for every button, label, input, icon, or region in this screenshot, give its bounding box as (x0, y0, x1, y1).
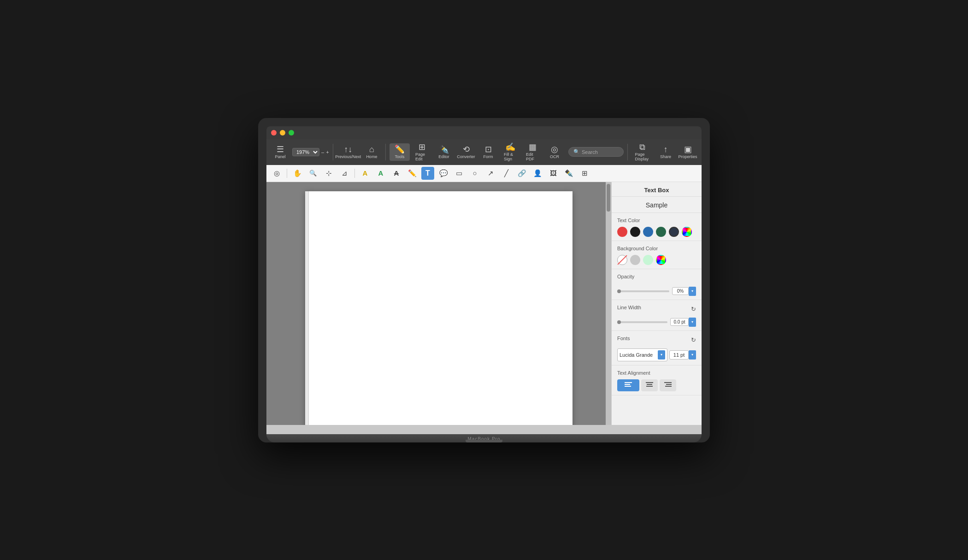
tool-highlight-green[interactable]: A (374, 167, 387, 180)
color-swatch-black[interactable] (630, 227, 640, 237)
tool-link[interactable]: 🔗 (515, 167, 528, 180)
tool-circle[interactable]: ○ (468, 167, 481, 180)
toolbar-share-button[interactable]: ↑ Share (655, 143, 676, 161)
maximize-button[interactable] (289, 130, 294, 136)
line-width-reset-icon[interactable]: ↻ (691, 306, 696, 312)
zoom-plus-button[interactable]: + (326, 149, 329, 155)
color-swatch-dark[interactable] (669, 227, 679, 237)
toolbar-form-button[interactable]: ⊡ Form (478, 143, 498, 161)
tool-select-all[interactable]: ⊹ (322, 167, 335, 180)
zoom-minus-button[interactable]: – (321, 149, 324, 155)
text-color-section: Text Color (612, 213, 702, 241)
tool-line[interactable]: ╱ (500, 167, 513, 180)
laptop-frame: ☰ Panel 197% – + ↑↓ Previous/Next (258, 118, 710, 442)
toolbar-tools-button[interactable]: ✏️ Tools (390, 143, 410, 161)
minimize-button[interactable] (280, 130, 285, 136)
font-name-value: Lucida Grande (620, 352, 653, 358)
tool-pen[interactable]: ✏️ (406, 167, 419, 180)
close-button[interactable] (271, 130, 277, 136)
color-swatch-light-gray[interactable] (630, 255, 640, 265)
tool-target[interactable]: ◎ (270, 167, 283, 180)
tool-rectangle[interactable]: ▭ (453, 167, 466, 180)
line-width-header: Line Width ↻ (617, 305, 696, 314)
scroll-track[interactable] (606, 182, 611, 425)
opacity-slider[interactable] (617, 290, 669, 292)
font-size-dropdown[interactable]: ▾ (689, 350, 696, 360)
svg-rect-8 (665, 386, 672, 387)
tool-zoom[interactable]: 🔍 (307, 167, 319, 180)
tool-strikethrough[interactable]: A (390, 167, 403, 180)
share-label: Share (660, 154, 671, 159)
align-left-icon (625, 382, 632, 388)
svg-rect-0 (625, 382, 632, 383)
align-center-button[interactable] (641, 379, 658, 391)
panel-title: Text Box (612, 182, 702, 197)
tool-text[interactable]: T (421, 167, 434, 180)
align-left-button[interactable] (617, 379, 639, 391)
search-box[interactable]: 🔍 Search (568, 147, 624, 157)
toolbar-edit-pdf-button[interactable]: ▦ Edit PDF (522, 141, 543, 163)
editor-label: Editor (438, 154, 449, 159)
tool-lasso[interactable]: ⊿ (338, 167, 351, 180)
home-label: Home (366, 154, 377, 159)
toolbar-fill-sign-button[interactable]: ✍️ Fill & Sign (500, 141, 520, 163)
text-alignment-label: Text Alignment (617, 370, 696, 376)
opacity-dropdown[interactable]: ▾ (689, 287, 696, 296)
text-alignment-row (617, 379, 696, 391)
svg-rect-6 (664, 382, 672, 383)
previous-next-label: Previous/Next (335, 154, 361, 159)
tool-hand[interactable]: ✋ (291, 167, 304, 180)
line-width-section: Line Width ↻ 0.0 pt ▾ (612, 300, 702, 331)
color-swatch-green[interactable] (656, 227, 666, 237)
fonts-section: Fonts ↻ Lucida Grande ▾ 11 pt ▾ (612, 331, 702, 365)
toolbar-home-button[interactable]: ⌂ Home (361, 143, 382, 161)
panel-icon: ☰ (277, 145, 284, 153)
color-swatch-rainbow-text[interactable] (682, 227, 692, 237)
tool-comment[interactable]: 💬 (437, 167, 450, 180)
toolbar-panel-button[interactable]: ☰ Panel (270, 143, 290, 161)
tool-table[interactable]: ⊞ (578, 167, 591, 180)
align-right-icon (664, 382, 672, 388)
toolbar-converter-button[interactable]: ⟲ Converter (456, 143, 476, 161)
text-color-row (617, 227, 696, 237)
divider-2 (385, 144, 386, 160)
color-swatch-none[interactable] (617, 255, 627, 265)
fonts-reset-icon[interactable]: ↻ (691, 336, 696, 343)
toolbar-properties-button[interactable]: ▣ Properties (678, 143, 698, 161)
font-name-select[interactable]: Lucida Grande ▾ (617, 348, 667, 361)
zoom-select[interactable]: 197% (292, 148, 319, 156)
ocr-icon: ◎ (551, 145, 558, 153)
align-right-button[interactable] (660, 379, 676, 391)
properties-label: Properties (678, 154, 697, 159)
svg-rect-2 (625, 386, 631, 387)
toolbar-previous-next-button[interactable]: ↑↓ Previous/Next (336, 143, 360, 161)
font-size-value: 11 pt (669, 350, 689, 360)
page-display-label: Page Display (635, 152, 650, 161)
tool-arrow[interactable]: ↗ (484, 167, 497, 180)
color-swatch-red[interactable] (617, 227, 627, 237)
scroll-thumb[interactable] (607, 184, 610, 212)
tool-stamp[interactable]: 👤 (531, 167, 544, 180)
tool-signature[interactable]: ✒️ (562, 167, 575, 180)
divider-1 (333, 144, 333, 160)
tools-label: Tools (395, 154, 404, 159)
color-swatch-light-green[interactable] (643, 255, 653, 265)
toolbar-editor-button[interactable]: ✒️ Editor (434, 143, 454, 161)
toolbar-page-display-button[interactable]: ⧉ Page Display (632, 141, 654, 163)
tool-image[interactable]: 🖼 (547, 167, 560, 180)
svg-rect-5 (646, 386, 653, 387)
background-color-label: Background Color (617, 246, 696, 251)
toolbar-ocr-button[interactable]: ◎ OCR (544, 143, 565, 161)
editor-icon: ✒️ (439, 145, 449, 153)
font-name-dropdown[interactable]: ▾ (658, 350, 665, 360)
line-width-slider[interactable] (617, 321, 667, 323)
color-swatch-blue[interactable] (643, 227, 653, 237)
tool-highlight-yellow[interactable]: A (359, 167, 372, 180)
opacity-value: 0% (672, 287, 689, 295)
line-width-dropdown[interactable]: ▾ (689, 318, 696, 327)
toolbar-page-edit-button[interactable]: ⊞ Page Edit (412, 141, 432, 163)
right-panel: Text Box Sample Text Color (611, 182, 702, 425)
page-edit-label: Page Edit (415, 152, 428, 161)
color-swatch-rainbow-bg[interactable] (656, 255, 666, 265)
svg-rect-3 (646, 382, 653, 383)
